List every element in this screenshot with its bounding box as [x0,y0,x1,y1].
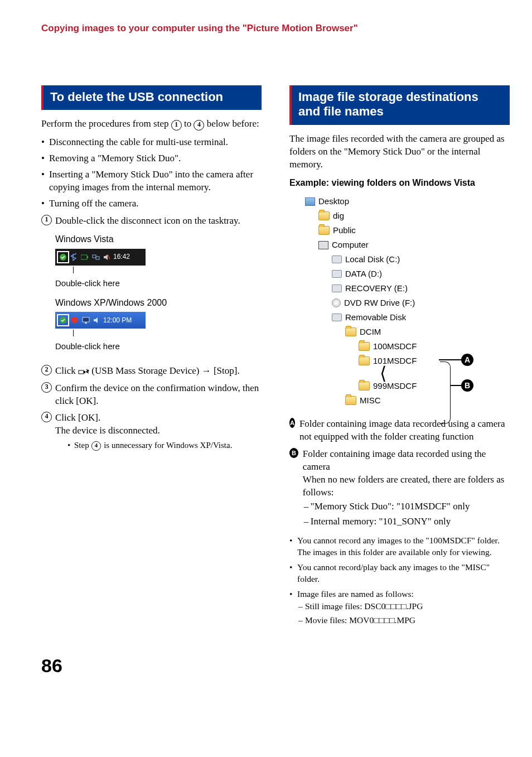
filename-sublist: Still image files: DSC0□□□□.JPG Movie fi… [297,601,510,626]
running-header: Copying images to your computer using th… [41,22,510,35]
section-title-right: Image file storage destinations and file… [289,85,510,125]
intro-paragraph: The image files recorded with the camera… [289,133,510,171]
pointer-line [73,267,74,273]
callout-description-list: A Folder containing image data recorded … [289,418,510,531]
os-label-xp: Windows XP/Windows 2000 [55,297,240,309]
double-click-label: Double-click here [55,278,240,289]
drive-icon [332,314,342,321]
intro-text-c: below before: [204,118,259,129]
tree-misc: MISC [305,393,483,408]
battery-icon [81,254,89,260]
step-3: 3 Confirm the device on the confirmation… [41,382,262,408]
tree-drive-e: RECOVERY (E:) [305,281,483,296]
bracket-icon [440,361,451,424]
step-ref-to-icon: 4 [194,120,204,131]
left-column: To delete the USB connection Perform the… [41,85,262,631]
desc-b: B Folder containing image data recorded … [289,448,510,531]
step-number-icon: 3 [41,382,52,393]
desc-text: Folder containing image data recorded us… [299,418,510,443]
svg-rect-4 [96,257,99,259]
clock-text: 12:00 PM [103,316,132,325]
folder-icon [318,226,330,235]
step-2: 2 Click (USB Mass Storage Device) → [Sto… [41,365,262,378]
tree-drive-d: DATA (D:) [305,267,483,281]
list-item: Removing a "Memory Stick Duo". [41,152,262,165]
volume-icon [103,254,110,261]
safely-remove-icon [59,316,67,325]
folder-icon [318,211,330,220]
prerequisite-list: Disconnecting the cable for multi-use te… [41,136,262,210]
step-number-icon: 2 [41,365,52,375]
desc-a: A Folder containing image data recorded … [289,418,510,443]
list-item: "Memory Stick Duo": "101MSDCF" only [303,500,510,513]
step-ref-from-icon: 1 [171,120,182,131]
intro-text-a: Perform the procedures from step [41,118,171,129]
tree-drive-c: Local Disk (C:) [305,252,483,267]
list-item: Internal memory: "101_SONY" only [303,515,510,528]
svg-rect-9 [79,370,84,374]
step-text: Click (USB Mass Storage Device) → [Stop]… [55,365,240,378]
folder-icon [345,327,356,336]
svg-rect-8 [85,322,87,324]
tree-desktop: Desktop [305,194,483,209]
intro-text-b: to [182,118,194,129]
intro-paragraph: Perform the procedures from step 1 to 4 … [41,118,262,131]
step-list: 1 Double-click the disconnect icon on th… [41,215,262,451]
step-text: Click [OK]. [55,412,232,425]
desc-text: When no new folders are created, there a… [303,474,510,499]
drive-icon [332,255,342,263]
computer-icon [318,241,328,249]
folder-icon [359,342,370,351]
step-text: Confirm the device on the confirmation w… [55,382,262,408]
callout-marker-b-icon: B [461,379,473,392]
drive-icon [332,270,342,278]
desc-text: Folder containing image data recorded us… [303,448,510,474]
shield-icon [71,316,79,324]
safely-remove-icon [59,253,67,262]
step-4: 4 Click [OK]. The device is disconnected… [41,412,262,451]
tree-removable: Removable Disk [305,310,483,325]
tree-public: Public [305,223,483,238]
step-note: Step 4 is unnecessary for Windows XP/Vis… [67,440,232,451]
tasktray-vista: 16:42 [55,249,146,266]
tree-user: dig [305,209,483,223]
tree-drive-f: DVD RW Drive (F:) [305,296,483,310]
list-item: You cannot record any images to the "100… [289,535,510,558]
tree-dcim: DCIM [305,325,483,339]
callout-marker-a-icon: A [461,354,473,366]
os-label-vista: Windows Vista [55,233,240,245]
list-item: Image files are named as follows: Still … [289,589,510,627]
monitor-icon [82,317,90,324]
svg-rect-10 [84,371,85,373]
step-result: The device is disconnected. [55,425,232,437]
list-item: Movie files: MOV0□□□□.MPG [297,615,510,626]
notes-list: You cannot record any images to the "100… [289,535,510,626]
svg-rect-3 [93,255,96,258]
folder-icon [359,382,370,390]
dvd-icon [332,298,341,307]
page-number: 86 [41,653,510,679]
list-item: Turning off the camera. [41,197,262,210]
list-item: You cannot record/play back any images t… [289,562,510,585]
folder-tree: Desktop dig Public Computer Local Disk (… [305,194,483,408]
right-column: Image file storage destinations and file… [289,85,510,631]
desktop-icon [305,197,315,206]
clock-text: 16:42 [113,252,130,261]
tree-computer: Computer [305,238,483,252]
svg-rect-1 [81,255,87,259]
double-click-label: Double-click here [55,341,240,352]
tree-100msdcf: 100MSDCF [305,339,483,354]
svg-line-5 [108,255,110,259]
folder-icon [359,356,370,365]
list-item: Disconnecting the cable for multi-use te… [41,136,262,149]
list-item: Still image files: DSC0□□□□.JPG [297,601,510,613]
step-1: 1 Double-click the disconnect icon on th… [41,215,262,360]
bluetooth-icon [71,253,78,261]
pointer-line [73,330,74,336]
section-title-left: To delete the USB connection [41,85,262,110]
callout-marker-b-icon: B [289,448,298,458]
volume-icon [93,317,100,324]
step-ref-icon: 4 [91,441,101,451]
folder-icon [345,396,356,405]
usb-eject-icon [78,368,89,375]
